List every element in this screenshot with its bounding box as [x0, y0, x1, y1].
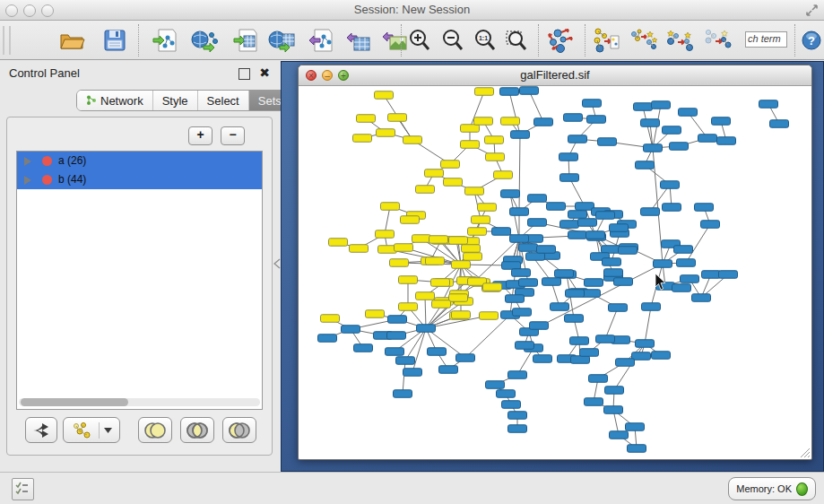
intersection-button[interactable]	[180, 417, 214, 443]
graph-node[interactable]	[701, 221, 720, 229]
graph-node[interactable]	[570, 337, 589, 345]
graph-node[interactable]	[528, 219, 547, 227]
graph-node[interactable]	[719, 271, 738, 279]
window-resize-grip[interactable]	[799, 447, 810, 457]
search-input[interactable]: ch term	[745, 31, 787, 48]
graph-node[interactable]	[661, 181, 680, 189]
graph-node[interactable]	[506, 295, 525, 303]
graph-node[interactable]	[542, 278, 561, 286]
new-network-from-selection-button[interactable]	[592, 26, 620, 55]
graph-node[interactable]	[465, 187, 484, 196]
graph-node[interactable]	[560, 174, 579, 182]
graph-node[interactable]	[350, 245, 369, 253]
import-table-file-button[interactable]	[231, 26, 260, 55]
graph-node[interactable]	[390, 259, 409, 267]
graph-node[interactable]	[426, 257, 445, 265]
graph-node[interactable]	[452, 261, 471, 269]
network-canvas[interactable]	[299, 86, 810, 457]
graph-node[interactable]	[652, 352, 671, 360]
add-set-button[interactable]: +	[188, 126, 213, 145]
graph-node[interactable]	[377, 129, 395, 137]
graph-node[interactable]	[526, 253, 545, 261]
graph-node[interactable]	[461, 141, 480, 149]
graph-node[interactable]	[403, 136, 422, 144]
graph-node[interactable]	[439, 366, 458, 374]
graph-node[interactable]	[712, 117, 731, 126]
zoom-fit-button[interactable]	[502, 26, 531, 55]
graph-node[interactable]	[520, 87, 539, 95]
graph-node[interactable]	[449, 237, 468, 245]
graph-node[interactable]	[568, 211, 587, 219]
graph-node[interactable]	[497, 390, 516, 398]
graph-node[interactable]	[551, 303, 569, 311]
remove-set-button[interactable]: −	[221, 126, 245, 145]
memory-status-button[interactable]: Memory: OK	[728, 477, 816, 500]
graph-node[interactable]	[366, 310, 385, 318]
graph-node[interactable]	[605, 387, 624, 395]
graph-node[interactable]	[342, 326, 360, 334]
tab-select[interactable]: Select	[198, 91, 249, 110]
save-session-button[interactable]	[100, 26, 129, 55]
graph-nodes[interactable]	[318, 87, 789, 453]
graph-node[interactable]	[492, 228, 511, 236]
create-set-button[interactable]	[63, 417, 120, 443]
graph-node[interactable]	[626, 423, 645, 431]
graph-node[interactable]	[425, 169, 444, 178]
graph-node[interactable]	[480, 312, 499, 320]
graph-node[interactable]	[571, 356, 590, 364]
graph-node[interactable]	[321, 315, 340, 323]
graph-node[interactable]	[501, 117, 520, 126]
graph-node[interactable]	[508, 371, 527, 379]
graph-node[interactable]	[329, 239, 348, 247]
graph-node[interactable]	[663, 204, 681, 212]
graph-node[interactable]	[717, 137, 736, 145]
graph-node[interactable]	[432, 300, 451, 308]
graph-node[interactable]	[449, 294, 468, 302]
graph-node[interactable]	[580, 349, 599, 357]
graph-node[interactable]	[502, 401, 521, 409]
tab-style[interactable]: Style	[153, 91, 198, 110]
graph-node[interactable]	[589, 375, 608, 383]
graph-node[interactable]	[396, 357, 415, 365]
graph-node[interactable]	[516, 342, 534, 350]
graph-node[interactable]	[386, 348, 404, 356]
graph-node[interactable]	[652, 101, 671, 109]
graph-node[interactable]	[603, 258, 621, 266]
graph-node[interactable]	[555, 270, 574, 278]
graph-node[interactable]	[698, 135, 717, 143]
graph-node[interactable]	[530, 322, 549, 330]
graph-node[interactable]	[510, 235, 529, 243]
graph-node[interactable]	[401, 216, 420, 224]
zoom-out-button[interactable]	[438, 26, 467, 55]
graph-node[interactable]	[519, 279, 538, 287]
graph-node[interactable]	[468, 228, 487, 236]
graph-node[interactable]	[452, 311, 471, 319]
graph-node[interactable]	[695, 204, 714, 212]
network-view-window[interactable]: × – + galFiltered.sif	[298, 65, 812, 460]
graph-node[interactable]	[399, 276, 418, 284]
graph-node[interactable]	[564, 114, 583, 122]
graph-node[interactable]	[619, 247, 638, 255]
graph-node[interactable]	[770, 120, 789, 128]
graph-node[interactable]	[596, 212, 615, 220]
network-window-titlebar[interactable]: × – + galFiltered.sif	[299, 65, 811, 86]
graph-node[interactable]	[533, 355, 552, 363]
graph-node[interactable]	[528, 195, 547, 203]
graph-node[interactable]	[583, 100, 602, 108]
graph-node[interactable]	[395, 244, 413, 252]
clone-network-button[interactable]	[629, 26, 658, 55]
graph-node[interactable]	[670, 143, 689, 151]
graph-node[interactable]	[547, 203, 566, 211]
graph-node[interactable]	[610, 224, 629, 232]
graph-node[interactable]	[674, 246, 693, 254]
graph-node[interactable]	[502, 262, 521, 270]
network-graph[interactable]	[299, 86, 810, 457]
import-network-file-button[interactable]	[151, 26, 179, 55]
import-network-web-button[interactable]	[190, 26, 219, 55]
expand-triangle-icon[interactable]	[24, 176, 31, 185]
graph-node[interactable]	[474, 117, 493, 126]
fullscreen-icon[interactable]	[805, 4, 819, 17]
graph-node[interactable]	[628, 445, 646, 453]
graph-node[interactable]	[429, 236, 448, 244]
close-panel-icon[interactable]: ✖	[259, 65, 270, 80]
